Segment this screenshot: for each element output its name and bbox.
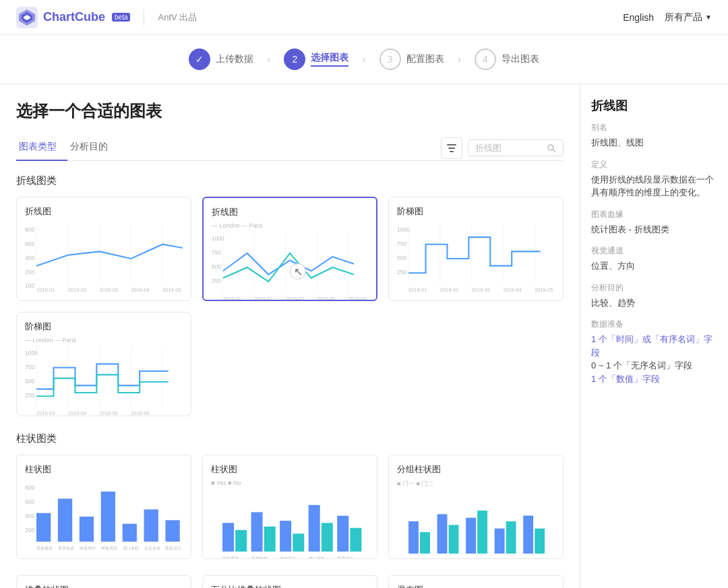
svg-rect-99 xyxy=(420,532,430,554)
step-3-circle: 3 xyxy=(380,48,401,70)
svg-text:家装建材: 家装建材 xyxy=(408,558,425,559)
svg-text:2019-05: 2019-05 xyxy=(162,287,181,293)
step-3[interactable]: 3 配置图表 xyxy=(380,48,444,70)
chevron-down-icon: ▼ xyxy=(705,13,712,21)
svg-text:2019-06: 2019-06 xyxy=(348,296,366,301)
sidebar-data-line1: 1 个「时间」或「有序名词」字段 xyxy=(591,333,717,359)
products-menu[interactable]: 所有产品 ▼ xyxy=(665,11,712,24)
svg-text:进口有机: 进口有机 xyxy=(309,556,325,559)
step-1[interactable]: ✓ 上传数据 xyxy=(189,48,253,70)
main-layout: 选择一个合适的图表 图表类型 分析目的 xyxy=(0,84,728,588)
svg-point-7 xyxy=(548,145,553,150)
svg-rect-6 xyxy=(450,151,454,152)
chart-card-step2[interactable]: 阶梯图 — London — Paris 1000 750 500 250 20… xyxy=(16,312,191,416)
svg-text:2019-03: 2019-03 xyxy=(472,287,490,293)
antv-label: AntV 出品 xyxy=(158,11,197,24)
chart-step1-svg: 1000 750 500 250 2019-01 2019-02 2019-03… xyxy=(397,222,555,296)
sidebar-lineage: 图表血缘 统计图表 - 折线图类 xyxy=(591,209,717,236)
svg-text:2019-06: 2019-06 xyxy=(131,410,149,416)
svg-text:2019-03: 2019-03 xyxy=(286,296,304,301)
chart-card-line1[interactable]: 折线图 800 600 400 200 100 2019-01 2019-02 … xyxy=(16,197,191,301)
chart-card-bar5[interactable]: 百分比堆叠柱状图 ■ 门一 ■ 门二 家装建材 家用电器 维修用品 xyxy=(202,575,377,588)
search-area xyxy=(441,137,564,159)
chart-card-bar3-title: 分组柱状图 xyxy=(397,463,555,476)
step-1-circle: ✓ xyxy=(189,48,210,70)
search-box[interactable] xyxy=(468,139,564,156)
svg-rect-85 xyxy=(251,512,263,552)
chart-card-line2[interactable]: 折线图 — London — Paris 1000 750 500 250 20… xyxy=(202,197,377,301)
beta-badge: beta xyxy=(112,13,130,22)
svg-rect-105 xyxy=(506,521,516,554)
svg-text:维修用品: 维修用品 xyxy=(280,556,296,559)
tab-analysis[interactable]: 分析目的 xyxy=(67,135,119,161)
svg-text:500: 500 xyxy=(25,378,34,385)
search-input[interactable] xyxy=(475,143,543,153)
svg-text:750: 750 xyxy=(25,364,34,370)
svg-text:100: 100 xyxy=(25,282,34,289)
svg-text:2019-05: 2019-05 xyxy=(535,287,553,293)
category-line-title: 折线图类 xyxy=(16,174,564,187)
svg-text:家用电器: 家用电器 xyxy=(437,558,454,559)
sidebar-purpose: 分析目的 比较、趋势 xyxy=(591,282,717,310)
svg-rect-83 xyxy=(222,523,234,552)
chart-card-bar2[interactable]: 柱状图 ■ Yes ■ No 家装建材 家用电器 维修用品 进口有 xyxy=(202,455,377,559)
svg-text:进口有机: 进口有机 xyxy=(495,558,511,559)
svg-rect-73 xyxy=(123,524,137,542)
svg-rect-86 xyxy=(264,527,276,552)
svg-text:电器维护: 电器维护 xyxy=(80,546,96,550)
step-4-circle: 4 xyxy=(475,48,496,70)
svg-text:800: 800 xyxy=(25,226,34,233)
chart-card-bar3[interactable]: 分组柱状图 ■ 门一 ■ 门二 家装建材 家用电器 维修用品 进口 xyxy=(388,455,564,559)
sidebar-definition-label: 定义 xyxy=(591,159,717,170)
chart-card-bar6[interactable]: 瀑布图 5750 4000 2250 500 xyxy=(388,575,564,588)
filter-icon-button[interactable] xyxy=(441,137,462,159)
svg-text:750: 750 xyxy=(212,249,221,256)
svg-text:2019-04: 2019-04 xyxy=(68,410,86,416)
chart-card-step1[interactable]: 阶梯图 1000 750 500 250 2019-01 2019-02 201… xyxy=(388,197,564,301)
svg-text:2019-02: 2019-02 xyxy=(440,287,458,293)
category-bar-title: 柱状图类 xyxy=(16,432,564,445)
svg-rect-101 xyxy=(449,525,459,554)
sidebar-alias: 别名 折线图、线图 xyxy=(591,122,717,150)
svg-text:1000: 1000 xyxy=(397,226,410,233)
svg-text:生活农资: 生活农资 xyxy=(144,546,160,550)
svg-rect-90 xyxy=(322,523,333,552)
svg-rect-92 xyxy=(350,528,361,552)
tabs-row: 图表类型 分析目的 xyxy=(16,135,564,161)
step-3-label: 配置图表 xyxy=(406,53,444,65)
sidebar-definition-value: 使用折线的线段显示数据在一个具有顺序性的维度上的变化。 xyxy=(591,173,717,199)
chart-card-bar5-title: 百分比堆叠柱状图 xyxy=(211,584,369,588)
svg-text:家装建材: 家装建材 xyxy=(36,546,53,550)
sidebar-channel-label: 视觉通道 xyxy=(591,245,717,257)
content-area: 选择一个合适的图表 图表类型 分析目的 xyxy=(0,84,580,588)
step-1-label: 上传数据 xyxy=(216,53,253,65)
header-right: English 所有产品 ▼ xyxy=(623,11,712,24)
svg-rect-104 xyxy=(495,529,505,554)
svg-rect-89 xyxy=(309,505,320,552)
logo-icon xyxy=(16,7,38,28)
chart-card-bar1[interactable]: 柱状图 800 600 400 200 家装建材 家用电器 电器维护 xyxy=(16,455,191,559)
step-2[interactable]: 2 选择图表 xyxy=(284,48,348,70)
svg-rect-72 xyxy=(101,492,115,542)
chart-card-bar4-title: 堆叠柱状图 xyxy=(25,584,183,588)
sidebar-alias-value: 折线图、线图 xyxy=(591,136,717,150)
svg-rect-84 xyxy=(235,530,247,552)
language-switcher[interactable]: English xyxy=(623,12,654,23)
svg-rect-103 xyxy=(477,511,487,554)
chart-bar1-svg: 800 600 400 200 家装建材 家用电器 电器维护 维修用品 进口有机 xyxy=(25,480,183,554)
svg-text:进口有机: 进口有机 xyxy=(123,546,139,550)
chart-card-line1-title: 折线图 xyxy=(25,205,183,218)
steps-bar: ✓ 上传数据 › 2 选择图表 › 3 配置图表 › 4 导出图表 xyxy=(0,35,728,84)
svg-text:250: 250 xyxy=(397,269,406,275)
svg-text:家用电器: 家用电器 xyxy=(251,556,268,559)
chart-card-bar4[interactable]: 堆叠柱状图 ■ 门一 ■ 门二 家装建材 家用电器 维修用品 进口 xyxy=(16,575,191,588)
logo-text: ChartCube xyxy=(43,10,105,24)
tab-chart-type[interactable]: 图表类型 xyxy=(16,135,67,161)
sidebar-data-line2: 0 ~ 1 个「无序名词」字段 xyxy=(591,359,717,372)
step-4[interactable]: 4 导出图表 xyxy=(475,48,539,70)
svg-text:1000: 1000 xyxy=(25,350,38,356)
sidebar-channel: 视觉通道 位置、方向 xyxy=(591,245,717,273)
chart-card-step1-title: 阶梯图 xyxy=(397,205,555,218)
svg-text:200: 200 xyxy=(25,269,34,275)
svg-text:2019-01: 2019-01 xyxy=(408,287,427,293)
